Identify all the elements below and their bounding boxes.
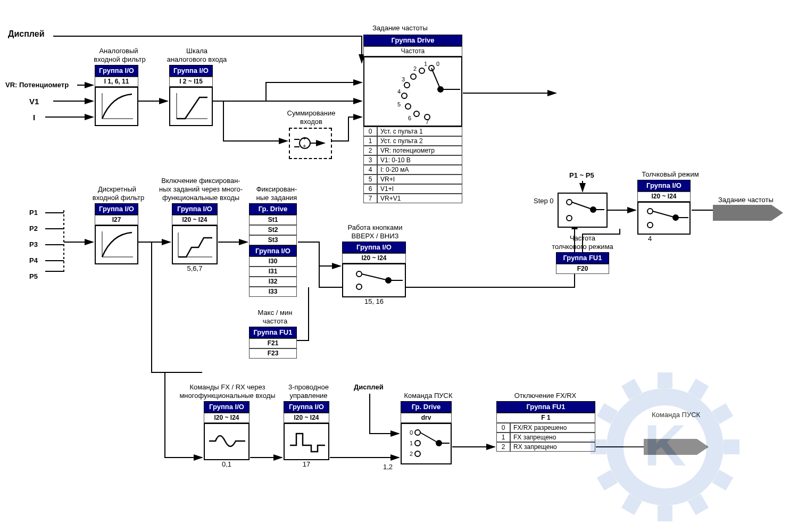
analog-scale-title1: Шкала	[178, 47, 215, 55]
multi-en-t3: функциональные входы	[154, 194, 247, 202]
multi-en-t1: Включение фиксирован-	[154, 177, 247, 185]
watermark-gear-icon: K	[575, 362, 755, 532]
svg-point-21	[356, 284, 362, 289]
analog-scale-block: Группа I/O I 2 ~ I15	[169, 65, 213, 126]
input-p4: P4	[29, 256, 38, 264]
svg-rect-38	[658, 372, 672, 388]
svg-point-27	[647, 222, 653, 228]
svg-point-5	[411, 74, 416, 79]
summing-title2: входов	[293, 118, 330, 126]
run-cmd-block: Гр. Drive drv 012	[401, 401, 452, 464]
multi-en-block: Группа I/O I20 ~ I24 5,6,7	[172, 203, 218, 272]
input-p3: P3	[29, 240, 38, 248]
svg-text:K: K	[644, 412, 686, 478]
input-i: I	[33, 113, 35, 122]
input-p5: P5	[29, 272, 38, 280]
svg-point-4	[419, 68, 425, 73]
analog-filter-title2: входной фильтр	[90, 55, 149, 63]
fxrx-cmd-block: Группа I/O I20 ~ I24 0,1	[204, 401, 250, 468]
run-cmd-title: Команда ПУСК	[402, 392, 455, 400]
analog-filter-block: Группа I/O I 1, 6, 11	[95, 65, 138, 126]
display-label: Дисплей	[8, 29, 44, 39]
svg-text:0: 0	[436, 61, 439, 67]
digital-filter-t1: Дискретный	[93, 185, 141, 193]
drive-freq-block: Группа Drive Частота 012 345 67 0Уст. с …	[363, 35, 462, 203]
svg-point-30	[415, 440, 420, 446]
svg-point-20	[356, 271, 362, 277]
digital-filter-block: Группа I/O I27	[95, 203, 138, 264]
fxrx-cmd-t2: многофункциональные входы	[170, 392, 285, 400]
minmax-block: Группа FU1 F21F23	[249, 327, 297, 359]
jog-freq-block: Группа FU1 F20	[556, 252, 609, 274]
out-freq-label: Задание частоты	[718, 196, 774, 204]
fxrx-cmd-t1: Команды FX / RX через	[170, 383, 285, 391]
svg-text:+: +	[303, 135, 306, 142]
svg-point-8	[405, 104, 411, 109]
step0-label: Step 0	[534, 197, 554, 205]
display2-label: Дисплей	[354, 383, 384, 391]
fxrx-dis-title: Отключение FX/RX	[508, 392, 583, 400]
input-p2: P2	[29, 225, 38, 232]
analog-filter-title1: Аналоговый	[95, 47, 143, 55]
svg-point-31	[415, 451, 420, 456]
svg-point-26	[647, 209, 653, 214]
summing-title1: Суммирование	[282, 109, 340, 117]
svg-text:6: 6	[408, 115, 411, 121]
svg-point-7	[402, 93, 407, 98]
jog-freq-t2: толчкового режима	[543, 243, 622, 251]
svg-point-23	[567, 200, 572, 205]
digital-filter-t2: входной фильтр	[88, 194, 149, 202]
jog-mode-title: Толчковый режим	[636, 170, 705, 178]
jog-freq-t1: Частота	[556, 234, 609, 242]
svg-text:0: 0	[410, 429, 413, 436]
multi-en-t2: ных заданий через много-	[154, 185, 247, 193]
wire3-t2: управление	[285, 392, 332, 400]
wire3-t1: 3-проводное	[282, 383, 335, 391]
run-cmd-foot: 1,2	[383, 463, 393, 471]
fixed-t1: Фиксирован-	[250, 185, 303, 193]
svg-point-6	[404, 82, 410, 88]
svg-text:2: 2	[413, 65, 417, 72]
wire3-block: Группа I/O I20 ~ I24 17	[284, 401, 329, 468]
fixed-t2: ные задания	[250, 194, 303, 202]
svg-text:4: 4	[397, 88, 401, 95]
updown-t2: ВВЕРХ / ВНИЗ	[346, 232, 404, 240]
step-selector	[558, 193, 608, 228]
input-v1: V1	[29, 97, 39, 106]
svg-point-24	[567, 215, 572, 221]
svg-text:3: 3	[402, 76, 405, 82]
updown-block: Группа I/O I20 ~ I24 15, 16	[342, 242, 406, 305]
svg-text:+: +	[303, 143, 306, 149]
out-freq-arrow	[713, 205, 771, 221]
svg-text:2: 2	[410, 451, 413, 457]
svg-text:7: 7	[426, 119, 429, 124]
minmax-t2: частота	[256, 317, 294, 325]
input-p1: P1	[29, 209, 38, 217]
svg-text:5: 5	[397, 101, 401, 107]
jog-mode-block: Группа I/O I20 ~ I24 4	[637, 180, 691, 243]
p1p5-label: P1 ~ P5	[569, 171, 594, 179]
svg-point-9	[414, 111, 419, 117]
minmax-t1: Макс / мин	[251, 309, 299, 317]
svg-text:1: 1	[424, 61, 427, 67]
freq-ref-title: Задание частоты	[372, 24, 428, 32]
summing-block: ++	[289, 128, 332, 159]
input-vr: VR: Потенциометр	[5, 81, 69, 89]
analog-scale-title2: аналогового входа	[160, 55, 234, 63]
fixed-block: Гр. Drive St1St2St3 Группа I/O I30I31I32…	[249, 203, 297, 297]
updown-t1: Работа кнопками	[340, 223, 410, 231]
svg-text:1: 1	[410, 440, 413, 446]
svg-point-29	[415, 430, 420, 435]
